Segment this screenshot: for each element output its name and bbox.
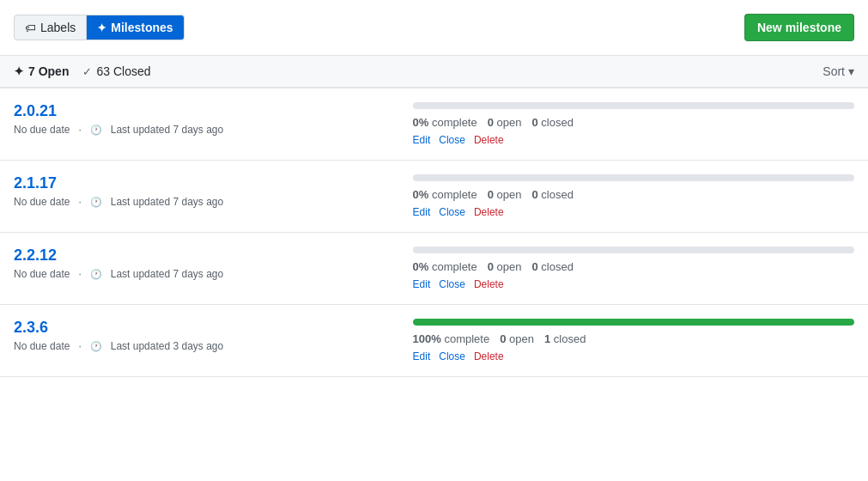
labels-icon: 🏷: [25, 21, 36, 34]
closed-stat-3: 1 closed: [544, 332, 586, 345]
milestone-icon: ✦: [97, 21, 106, 34]
delete-link-1[interactable]: Delete: [474, 206, 504, 218]
closed-stat-2: 0 closed: [532, 260, 574, 273]
top-bar: 🏷 Labels ✦ Milestones New milestone: [0, 0, 868, 56]
milestone-left-3: 2.3.6 No due date · 🕐 Last updated 3 day…: [14, 319, 392, 352]
progress-bar-fill-3: [413, 319, 854, 326]
open-count-filter[interactable]: ✦ 7 Open: [14, 64, 69, 78]
milestone-left-0: 2.0.21 No due date · 🕐 Last updated 7 da…: [14, 102, 392, 136]
updated-separator-2: ·: [78, 268, 81, 280]
milestone-actions-3: Edit Close Delete: [413, 350, 854, 362]
updated-separator-3: ·: [78, 340, 81, 352]
milestone-meta-2: No due date · 🕐 Last updated 7 days ago: [14, 268, 392, 280]
sort-button[interactable]: Sort ▾: [822, 64, 854, 78]
milestone-title-1[interactable]: 2.1.17: [14, 174, 392, 192]
close-link-3[interactable]: Close: [439, 350, 465, 362]
edit-link-2[interactable]: Edit: [413, 278, 431, 290]
progress-bar-bg-1: [413, 174, 854, 181]
due-date-0: No due date: [14, 124, 70, 136]
labels-tab[interactable]: 🏷 Labels: [14, 15, 87, 40]
milestone-left-2: 2.2.12 No due date · 🕐 Last updated 7 da…: [14, 247, 392, 280]
last-updated-1: Last updated 7 days ago: [111, 196, 223, 208]
milestone-stats-2: 0% complete 0 open 0 closed: [413, 260, 854, 273]
delete-link-0[interactable]: Delete: [474, 134, 504, 146]
milestone-stats-0: 0% complete 0 open 0 closed: [413, 116, 854, 129]
milestone-open-icon: ✦: [14, 64, 24, 78]
close-link-1[interactable]: Close: [439, 206, 465, 218]
milestone-right-1: 0% complete 0 open 0 closed Edit Close D…: [413, 174, 854, 218]
closed-stat-0: 0 closed: [532, 116, 574, 129]
milestone-list: 2.0.21 No due date · 🕐 Last updated 7 da…: [0, 88, 868, 377]
milestone-title-2[interactable]: 2.2.12: [14, 247, 392, 265]
updated-separator-1: ·: [78, 196, 81, 208]
open-count-label: 7 Open: [28, 64, 69, 78]
closed-count-filter[interactable]: ✓ 63 Closed: [82, 64, 150, 78]
complete-pct-1: 0% complete: [413, 188, 477, 201]
filter-bar: ✦ 7 Open ✓ 63 Closed Sort ▾: [0, 56, 868, 88]
milestone-item: 2.2.12 No due date · 🕐 Last updated 7 da…: [0, 233, 868, 305]
open-stat-0: 0 open: [488, 116, 522, 129]
due-date-3: No due date: [14, 340, 70, 352]
milestone-meta-3: No due date · 🕐 Last updated 3 days ago: [14, 340, 392, 352]
delete-link-2[interactable]: Delete: [474, 278, 504, 290]
milestones-tab-label: Milestones: [111, 21, 173, 34]
check-icon: ✓: [82, 65, 92, 78]
edit-link-1[interactable]: Edit: [413, 206, 431, 218]
milestone-right-0: 0% complete 0 open 0 closed Edit Close D…: [413, 102, 854, 146]
complete-pct-2: 0% complete: [413, 260, 477, 273]
milestone-title-3[interactable]: 2.3.6: [14, 319, 392, 337]
clock-icon-1: 🕐: [90, 197, 102, 208]
milestone-stats-1: 0% complete 0 open 0 closed: [413, 188, 854, 201]
sort-label: Sort: [822, 64, 845, 78]
milestone-item: 2.0.21 No due date · 🕐 Last updated 7 da…: [0, 88, 868, 161]
edit-link-0[interactable]: Edit: [413, 134, 431, 146]
last-updated-0: Last updated 7 days ago: [111, 124, 223, 136]
labels-tab-label: Labels: [40, 21, 76, 34]
progress-bar-bg-0: [413, 102, 854, 109]
sort-chevron-icon: ▾: [848, 64, 854, 78]
close-link-0[interactable]: Close: [439, 134, 465, 146]
milestone-meta-1: No due date · 🕐 Last updated 7 days ago: [14, 196, 392, 208]
last-updated-3: Last updated 3 days ago: [111, 340, 223, 352]
milestone-actions-2: Edit Close Delete: [413, 278, 854, 290]
milestone-right-3: 100% complete 0 open 1 closed Edit Close…: [413, 319, 854, 362]
clock-icon-2: 🕐: [90, 269, 102, 280]
closed-count-label: 63 Closed: [96, 64, 150, 78]
last-updated-2: Last updated 7 days ago: [111, 268, 223, 280]
milestone-left-1: 2.1.17 No due date · 🕐 Last updated 7 da…: [14, 174, 392, 208]
open-stat-2: 0 open: [488, 260, 522, 273]
tab-group: 🏷 Labels ✦ Milestones: [14, 15, 185, 40]
milestone-item: 2.1.17 No due date · 🕐 Last updated 7 da…: [0, 161, 868, 233]
complete-pct-0: 0% complete: [413, 116, 477, 129]
open-stat-3: 0 open: [500, 332, 534, 345]
due-date-1: No due date: [14, 196, 70, 208]
milestones-tab[interactable]: ✦ Milestones: [87, 15, 184, 40]
clock-icon-0: 🕐: [90, 125, 102, 136]
progress-bar-bg-3: [413, 319, 854, 326]
milestone-actions-0: Edit Close Delete: [413, 134, 854, 146]
due-date-2: No due date: [14, 268, 70, 280]
milestone-right-2: 0% complete 0 open 0 closed Edit Close D…: [413, 247, 854, 290]
delete-link-3[interactable]: Delete: [474, 350, 504, 362]
milestone-item: 2.3.6 No due date · 🕐 Last updated 3 day…: [0, 305, 868, 377]
milestone-actions-1: Edit Close Delete: [413, 206, 854, 218]
open-stat-1: 0 open: [488, 188, 522, 201]
milestone-title-0[interactable]: 2.0.21: [14, 102, 392, 120]
milestone-stats-3: 100% complete 0 open 1 closed: [413, 332, 854, 345]
milestone-meta-0: No due date · 🕐 Last updated 7 days ago: [14, 124, 392, 136]
close-link-2[interactable]: Close: [439, 278, 465, 290]
progress-bar-bg-2: [413, 247, 854, 253]
updated-separator-0: ·: [78, 124, 81, 136]
new-milestone-button[interactable]: New milestone: [744, 14, 854, 41]
edit-link-3[interactable]: Edit: [413, 350, 431, 362]
closed-stat-1: 0 closed: [532, 188, 574, 201]
filter-counts: ✦ 7 Open ✓ 63 Closed: [14, 64, 151, 78]
clock-icon-3: 🕐: [90, 341, 102, 352]
complete-pct-3: 100% complete: [413, 332, 490, 345]
